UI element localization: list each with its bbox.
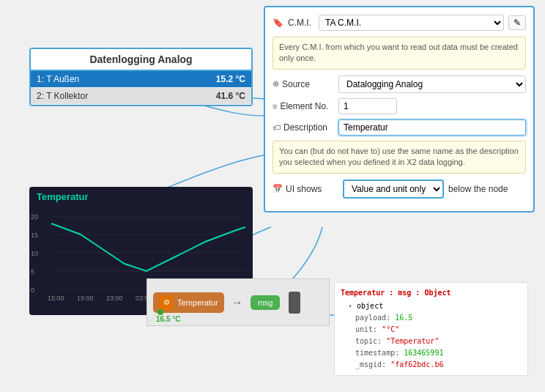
debug-payload-value: 16.5 [395, 314, 412, 322]
y-label-5: 5 [31, 268, 34, 275]
debug-topic: topic: "Temperatur" [341, 336, 522, 347]
debug-panel: Temperatur : msg : Object ▾ object paylo… [334, 282, 528, 376]
source-select[interactable]: Datalogging Analog [338, 75, 526, 93]
source-label: ⊕ Source [272, 79, 338, 89]
description-label: 🏷 Description [272, 122, 338, 133]
y-label-15: 15 [31, 232, 38, 239]
debug-payload: payload: 16.5 [341, 312, 522, 324]
node-icon: ⚙ [159, 295, 174, 310]
bookmark-icon: 🔖 [272, 18, 283, 28]
panel-header: 🔖 C.M.I. TA C.M.I. ✎ [272, 15, 526, 31]
ui-shows-label: 📅 UI shows [272, 184, 338, 194]
debug-object-keyword: object [357, 302, 383, 310]
daten-row-2-label: 2: T Kollektor [37, 91, 216, 101]
daten-row-1-value: 15.2 °C [216, 74, 245, 84]
cmi-select-wrapper: TA C.M.I. ✎ [319, 15, 526, 31]
debug-title: Temperatur : msg : Object [341, 287, 522, 299]
flow-area: ⚙ Temperatur 16.5 °C → msg [147, 278, 330, 326]
x-label-23: 23:00 [106, 295, 123, 302]
debug-msgid-value: "faf62bdc.b6 [390, 360, 443, 369]
debug-unit-value: "°C" [382, 325, 399, 333]
daten-row-1-label: 1: T Außen [37, 74, 216, 84]
daten-row-2-value: 41.6 °C [216, 91, 245, 101]
y-label-0: 0 [31, 286, 34, 294]
debug-node[interactable] [289, 292, 300, 314]
daten-panel: Datenlogging Analog 1: T Außen 15.2 °C 2… [29, 48, 253, 106]
source-icon: ⊕ [272, 79, 279, 89]
node-temp-value: 16.5 °C [156, 315, 180, 323]
ui-shows-row: 📅 UI shows Value and unit only below the… [272, 180, 526, 199]
temperatur-node[interactable]: ⚙ Temperatur 16.5 °C [153, 292, 224, 313]
debug-topic-value: "Temperatur" [386, 337, 439, 345]
graph-title: Temperatur [29, 187, 253, 202]
node-label: Temperatur [177, 298, 218, 307]
arrow-connector: → [231, 296, 243, 309]
node-status-dot [157, 309, 163, 315]
temperature-line [51, 223, 245, 271]
config-panel: 🔖 C.M.I. TA C.M.I. ✎ Every C.M.I. from w… [264, 6, 535, 212]
below-node-text: below the node [448, 184, 508, 194]
x-label-19: 19:00 [77, 295, 94, 302]
element-icon: ≡ [272, 102, 277, 111]
debug-unit: unit: "°C" [341, 324, 522, 336]
debug-msgid: _msgid: "faf62bdc.b6 [341, 359, 522, 371]
cmi-select[interactable]: TA C.M.I. [319, 15, 504, 31]
debug-timestamp: timestamp: 163465991 [341, 347, 522, 359]
daten-header: Datenlogging Analog [31, 49, 251, 71]
debug-timestamp-value: 163465991 [404, 349, 443, 357]
msg-node[interactable]: msg [251, 295, 281, 310]
y-label-20: 20 [31, 213, 38, 221]
element-no-label: ≡ Element No. [272, 101, 338, 111]
x-label-15: 15:00 [48, 295, 64, 302]
source-row: ⊕ Source Datalogging Analog [272, 75, 526, 93]
info-box: Every C.M.I. from which you want to read… [272, 37, 526, 70]
daten-row-1[interactable]: 1: T Außen 15.2 °C [31, 71, 251, 88]
ui-shows-select[interactable]: Value and unit only [343, 180, 444, 199]
description-row: 🏷 Description [272, 119, 526, 136]
edit-button[interactable]: ✎ [508, 15, 526, 30]
debug-object-label: ▾ object [341, 300, 522, 312]
description-input[interactable] [338, 119, 526, 136]
y-label-10: 10 [31, 250, 38, 257]
calendar-icon: 📅 [272, 184, 283, 193]
panel-title: C.M.I. [288, 18, 311, 28]
tag-icon: 🏷 [272, 123, 281, 132]
element-no-row: ≡ Element No. [272, 98, 526, 114]
daten-row-2[interactable]: 2: T Kollektor 41.6 °C [31, 88, 251, 105]
description-hint: You can (but do not have to) use the sam… [272, 141, 526, 174]
element-no-input[interactable] [338, 98, 397, 114]
